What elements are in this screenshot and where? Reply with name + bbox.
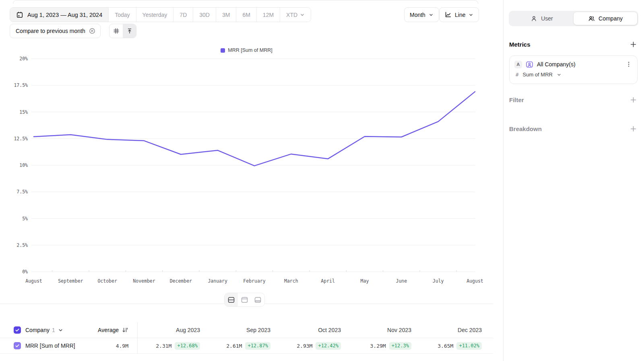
entity-count: 1 [52,327,55,333]
cell-value: 3.29M [370,343,386,349]
column-header[interactable]: Aug 2023 [138,322,208,338]
add-breakdown-button[interactable] [630,125,637,132]
cell-value: 2.61M [226,343,242,349]
grid-icon [113,28,120,34]
column-header[interactable]: Nov 2023 [349,322,419,338]
arrow-up-to-line-icon [126,28,133,34]
delta-badge: +12.42% [316,342,341,350]
cell-value: 2.31M [156,343,171,349]
preset-6m[interactable]: 6M [236,8,256,22]
metric-aggregation-selector[interactable]: # Sum of MRR [514,72,632,78]
chart-card-top-edge [13,0,478,4]
delta-badge: +12.68% [175,342,200,350]
date-range-button[interactable]: Aug 1, 2023 — Aug 31, 2024 [10,8,108,22]
svg-text:December: December [170,278,192,284]
preset-7d[interactable]: 7D [173,8,193,22]
average-column-label[interactable]: Average [98,327,119,333]
row-checkbox[interactable] [14,342,21,349]
date-range-label: Aug 1, 2023 — Aug 31, 2024 [27,12,102,18]
add-filter-button[interactable] [630,96,637,103]
column-header[interactable]: Sep 2023 [208,322,279,338]
analytics-report-page: Aug 1, 2023 — Aug 31, 2024 Today Yesterd… [0,0,644,361]
chevron-down-icon [557,72,561,77]
svg-text:September: September [58,278,83,284]
column-header[interactable]: Oct 2023 [279,322,349,338]
chart-type-dropdown[interactable]: Line [439,7,479,22]
svg-text:February: February [243,278,265,284]
svg-text:15%: 15% [19,109,28,115]
tab-company[interactable]: Company [574,12,637,25]
mrr-line-chart[interactable]: 0%2.5%5%7.5%10%12.5%15%17.5%20%AugustSep… [0,55,493,291]
breakdown-table: Company 1 Average Au [0,322,493,354]
chevron-down-icon [300,12,305,17]
svg-text:June: June [396,278,407,284]
sort-icon[interactable] [122,327,128,333]
date-range-toolbar: Aug 1, 2023 — Aug 31, 2024 Today Yesterd… [10,7,311,22]
delta-badge: +11.02% [456,342,482,350]
breakdown-title: Breakdown [509,125,542,132]
gridlines-toggle[interactable] [109,24,123,38]
svg-text:10%: 10% [19,162,28,168]
preset-xtd-dropdown[interactable]: XTD [280,8,311,22]
svg-text:0%: 0% [22,269,28,275]
chart-option-toggle-group [109,24,136,38]
preset-3m[interactable]: 3M [216,8,236,22]
svg-text:7.5%: 7.5% [17,189,28,195]
delta-badge: +12.3% [389,342,411,350]
header-checkbox[interactable] [14,326,21,334]
tab-user[interactable]: User [510,12,574,25]
chevron-down-icon [469,12,473,17]
preset-30d[interactable]: 30D [193,8,216,22]
add-metric-button[interactable] [630,41,637,48]
svg-text:2.5%: 2.5% [17,242,28,248]
remove-compare-icon[interactable] [89,28,95,34]
cell-value: 2.93M [297,343,312,349]
filter-section-header: Filter [509,96,637,103]
granularity-dropdown[interactable]: Month [404,7,439,22]
row-metric-label: MRR [Sum of MRR] [25,343,75,349]
layout-toggle-group [224,293,265,307]
user-icon [530,15,537,22]
preset-yesterday[interactable]: Yesterday [136,8,173,22]
metric-menu-button[interactable] [625,60,632,68]
chevron-down-icon[interactable] [58,328,63,333]
calendar-icon [16,11,23,18]
delta-badge: +12.87% [245,342,270,350]
table-row[interactable]: MRR [Sum of MRR] 4.9M 2.31M +12.68% 2.61… [0,338,493,354]
compare-chip[interactable]: Compare to previous month [10,24,101,38]
svg-text:November: November [133,278,155,284]
entity-tabs: User Company [509,11,638,26]
entity-column-label[interactable]: Company [25,327,50,333]
table-only-view-button[interactable] [251,293,264,306]
tab-user-label: User [541,15,553,22]
svg-text:August: August [25,278,42,284]
svg-text:20%: 20% [19,56,28,62]
report-main-area: Aug 1, 2023 — Aug 31, 2024 Today Yesterd… [0,0,503,361]
split-view-button[interactable] [225,293,238,306]
table-header-row: Company 1 Average Au [0,322,493,338]
granularity-label: Month [410,12,425,18]
preset-12m[interactable]: 12M [256,8,280,22]
chart-only-view-button[interactable] [238,293,251,306]
metric-series-badge: A [514,61,522,68]
tab-company-label: Company [599,15,623,22]
preset-today[interactable]: Today [108,8,136,22]
legend-label: MRR [Sum of MRR] [228,47,272,53]
metric-entity-label: All Company(s) [537,61,576,68]
company-card-icon [526,61,533,68]
column-header[interactable]: Dec 2023 [419,322,490,338]
legend-swatch [221,48,225,53]
svg-text:April: April [321,278,335,284]
metrics-section-header: Metrics [509,41,637,48]
aggregation-label: Sum of MRR [523,72,553,78]
svg-text:August: August [466,278,483,284]
metric-card[interactable]: A All Company(s) # Sum of MRR [509,55,638,84]
cumulative-toggle[interactable] [123,24,136,38]
table-only-view-icon [254,297,261,303]
svg-text:12.5%: 12.5% [14,136,28,142]
compare-chip-label: Compare to previous month [16,28,85,34]
chevron-down-icon [429,12,433,17]
chart-only-view-icon [241,297,248,303]
svg-text:May: May [361,278,369,284]
metrics-title: Metrics [509,41,530,48]
